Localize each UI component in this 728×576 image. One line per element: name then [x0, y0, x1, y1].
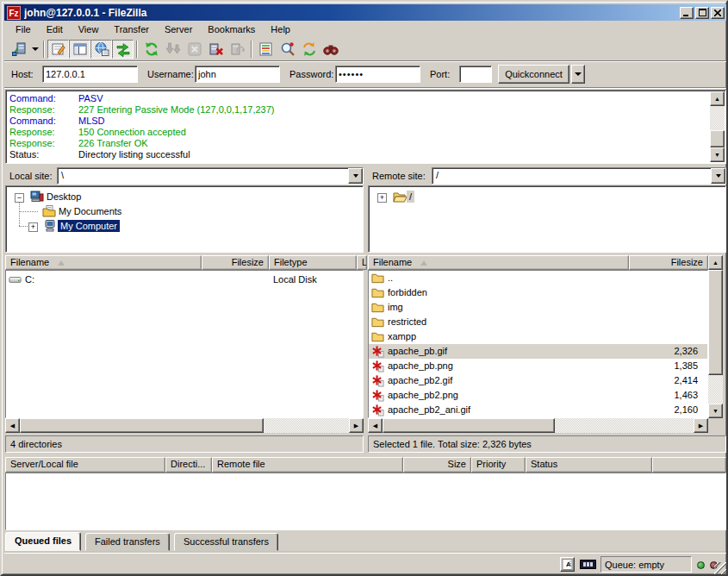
scroll-right-icon[interactable]: ▶	[694, 418, 708, 433]
quickconnect-button[interactable]: Quickconnect	[498, 65, 569, 84]
log-line: Command:PASV	[9, 93, 707, 104]
scroll-down-icon[interactable]: ▼	[710, 147, 725, 162]
queue-column-remotefile[interactable]: Remote file	[212, 457, 403, 473]
title-bar[interactable]: Fz john@127.0.0.1 - FileZilla	[4, 4, 727, 21]
host-input[interactable]	[42, 66, 138, 83]
scroll-up-icon[interactable]: ▲	[708, 255, 723, 270]
combo-dropdown-button[interactable]	[711, 168, 725, 184]
scrollbar-thumb[interactable]	[20, 418, 264, 433]
queue-column-size[interactable]: Size	[403, 457, 471, 473]
tree-item-my-computer[interactable]: + My Computer	[6, 218, 120, 233]
local-file-row[interactable]: C: Local Disk	[6, 272, 363, 287]
toggle-local-tree-button[interactable]	[69, 40, 90, 59]
directory-comparison-button[interactable]	[277, 40, 298, 59]
queue-list[interactable]	[5, 473, 726, 530]
tab-queued-files[interactable]: Queued files	[5, 532, 81, 551]
remote-file-row[interactable]: apache_pb.png 1,385	[369, 359, 707, 373]
log-scrollbar[interactable]: ▲ ▼	[710, 91, 725, 162]
remote-file-row[interactable]: forbidden	[369, 285, 707, 300]
remote-file-row-selected[interactable]: apache_pb.gif 2,326	[369, 344, 707, 359]
menu-bookmarks[interactable]: Bookmarks	[200, 22, 263, 36]
refresh-button[interactable]	[140, 40, 162, 59]
queue-column-priority[interactable]: Priority	[471, 457, 526, 473]
directory-comparison-icon	[280, 41, 296, 57]
scrollbar-thumb[interactable]	[710, 130, 725, 147]
remote-file-row[interactable]: apache_pb2.gif 2,414	[369, 373, 707, 388]
data-type-indicator-icon[interactable]: A	[560, 557, 575, 572]
remote-file-row[interactable]: restricted	[369, 315, 707, 329]
log-line: Command:MLSD	[9, 116, 707, 127]
scroll-left-icon[interactable]: ◀	[5, 418, 20, 433]
password-input[interactable]	[335, 66, 420, 83]
menu-edit[interactable]: Edit	[39, 22, 71, 36]
remote-file-row[interactable]: apache_pb2_ani.gif 2,160	[369, 403, 707, 417]
tree-item-root[interactable]: + /	[369, 189, 414, 203]
sort-ascending-icon	[58, 260, 65, 266]
local-site-combobox[interactable]: \	[57, 167, 364, 185]
remote-file-row[interactable]: ..	[369, 271, 707, 285]
remote-file-row[interactable]: apache_pb2.png 1,463	[369, 388, 707, 403]
scrollbar-thumb[interactable]	[708, 270, 723, 375]
local-column-filetype[interactable]: Filetype	[269, 255, 357, 270]
remote-site-combobox[interactable]: /	[432, 167, 726, 185]
scroll-left-icon[interactable]: ◀	[368, 418, 383, 433]
cancel-operation-button[interactable]	[184, 40, 205, 59]
image-file-icon	[371, 360, 384, 373]
toggle-transfer-queue-button[interactable]	[112, 40, 134, 59]
minimize-button[interactable]	[680, 7, 694, 19]
remote-hscrollbar[interactable]: ◀ ▶	[368, 418, 708, 433]
encryption-indicator-icon[interactable]	[580, 560, 596, 569]
toggle-message-log-button[interactable]	[47, 40, 69, 59]
disconnect-button[interactable]	[205, 40, 227, 59]
scroll-right-icon[interactable]: ▶	[349, 418, 364, 433]
my-computer-icon	[44, 219, 58, 233]
local-hscrollbar[interactable]: ◀ ▶	[5, 418, 364, 433]
quickconnect-dropdown[interactable]	[571, 65, 585, 84]
site-manager-button[interactable]	[8, 40, 29, 59]
image-file-icon	[371, 389, 384, 402]
reconnect-button[interactable]	[227, 40, 248, 59]
collapse-icon[interactable]: −	[15, 193, 24, 203]
expand-icon[interactable]: +	[28, 222, 38, 232]
menu-server[interactable]: Server	[157, 22, 200, 36]
remote-file-row[interactable]: img	[369, 300, 707, 315]
drive-icon	[9, 273, 22, 286]
close-button[interactable]	[711, 7, 725, 19]
port-input[interactable]	[459, 66, 492, 83]
toggle-remote-tree-button[interactable]	[90, 40, 112, 59]
local-column-lastmodified[interactable]: L	[357, 255, 367, 270]
folder-icon	[371, 272, 384, 285]
menu-file[interactable]: File	[8, 22, 39, 36]
scrollbar-thumb[interactable]	[383, 418, 555, 433]
queue-column-serverlocal[interactable]: Server/Local file	[5, 457, 165, 473]
menu-view[interactable]: View	[71, 22, 107, 36]
resize-grip[interactable]	[714, 562, 726, 574]
menu-help[interactable]: Help	[263, 22, 298, 36]
remote-file-row[interactable]: xampp	[369, 329, 707, 344]
directory-listing-filters-button[interactable]	[255, 40, 277, 59]
local-tree: − Desktop My Documents + My Computer	[5, 185, 364, 253]
combo-dropdown-button[interactable]	[348, 168, 363, 184]
remote-column-filesize[interactable]: Filesize	[629, 255, 708, 270]
local-column-filename[interactable]: Filename	[5, 255, 202, 270]
tab-successful-transfers[interactable]: Successful transfers	[174, 533, 278, 551]
remote-column-filename[interactable]: Filename	[368, 255, 629, 270]
scroll-down-icon[interactable]: ▼	[708, 404, 723, 418]
scroll-up-icon[interactable]: ▲	[710, 91, 725, 106]
tree-item-desktop[interactable]: − Desktop	[6, 189, 84, 203]
tab-failed-transfers[interactable]: Failed transfers	[85, 533, 170, 551]
queue-column-blank[interactable]	[652, 457, 726, 473]
username-input[interactable]	[195, 66, 280, 83]
remote-vscrollbar[interactable]: ▲ ▼	[708, 255, 723, 418]
local-column-filesize[interactable]: Filesize	[202, 255, 269, 270]
find-files-button[interactable]	[320, 40, 341, 59]
synchronized-browsing-button[interactable]	[298, 40, 320, 59]
expand-icon[interactable]: +	[377, 193, 387, 203]
process-queue-button[interactable]	[162, 40, 184, 59]
tree-item-my-documents[interactable]: My Documents	[6, 203, 124, 218]
queue-column-direction[interactable]: Directi...	[165, 457, 212, 473]
maximize-button[interactable]	[695, 7, 709, 19]
site-manager-dropdown[interactable]	[29, 40, 40, 59]
menu-transfer[interactable]: Transfer	[106, 22, 157, 36]
queue-column-status[interactable]: Status	[526, 457, 652, 473]
